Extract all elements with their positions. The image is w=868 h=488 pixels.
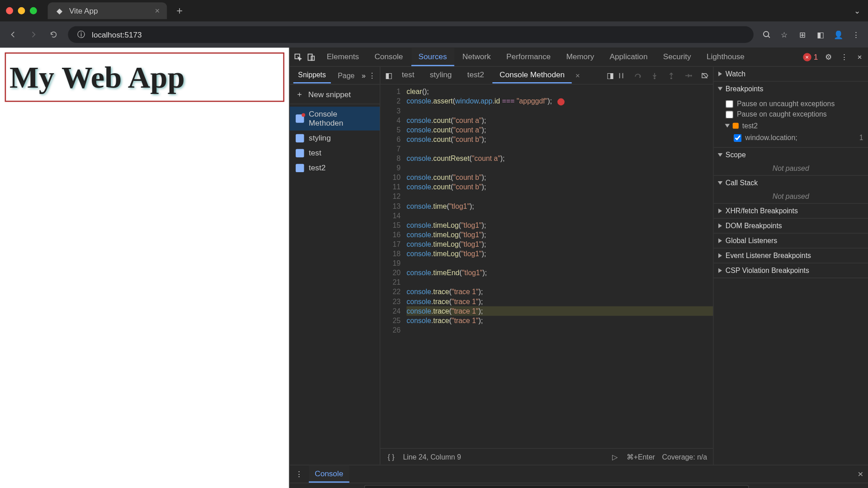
watch-section[interactable]: Watch (713, 67, 868, 81)
drawer-menu-icon[interactable]: ⋮ (294, 469, 304, 479)
scope-section[interactable]: Scope (713, 148, 868, 162)
code-line[interactable] (406, 106, 713, 116)
more-tabs-icon[interactable]: » (362, 71, 366, 80)
fullscreen-window-icon[interactable] (30, 7, 37, 14)
code-line[interactable]: console.trace("trace 1"); (406, 306, 713, 316)
close-window-icon[interactable] (6, 7, 13, 14)
settings-icon[interactable]: ⚙ (824, 52, 833, 61)
code-line[interactable]: console.trace("trace 1"); (406, 287, 713, 297)
code-line[interactable]: console.count("count a"); (406, 125, 713, 135)
code-line[interactable] (406, 163, 713, 173)
devtools-tab-lighthouse[interactable]: Lighthouse (699, 47, 752, 66)
pause-uncaught-checkbox[interactable]: Pause on uncaught exceptions (726, 99, 863, 109)
code-line[interactable] (406, 144, 713, 154)
run-snippet-icon[interactable]: ▷ (610, 452, 619, 461)
devtools-tab-application[interactable]: Application (603, 47, 655, 66)
devtools-tab-network[interactable]: Network (455, 47, 498, 66)
toggle-debugger-icon[interactable]: ◨ (606, 70, 615, 80)
editor-tab[interactable]: styling (423, 67, 459, 84)
code-line[interactable] (406, 325, 713, 335)
tab-overflow-icon[interactable]: ⌄ (853, 6, 862, 15)
format-icon[interactable]: { } (387, 452, 396, 461)
code-line[interactable]: console.time("tlog1"); (406, 202, 713, 211)
code-line[interactable] (406, 278, 713, 287)
devtools-tab-memory[interactable]: Memory (559, 47, 602, 66)
breakpoint-item[interactable]: window.location;1 (726, 131, 863, 143)
code-line[interactable]: console.trace("trace 1"); (406, 297, 713, 306)
code-line[interactable]: console.timeLog("tlog1"); (406, 221, 713, 230)
close-drawer-icon[interactable]: × (858, 469, 863, 479)
bookmark-icon[interactable]: ☆ (780, 30, 789, 39)
reload-button[interactable] (47, 28, 59, 40)
close-editor-tab-icon[interactable]: × (576, 71, 580, 80)
code-line[interactable]: console.count("count b"); (406, 135, 713, 144)
inspect-element-icon[interactable] (293, 52, 303, 61)
code-line[interactable]: console.countReset("count a"); (406, 154, 713, 163)
code-line[interactable]: clear(); (406, 87, 713, 97)
zoom-icon[interactable] (762, 30, 771, 39)
devtools-tab-sources[interactable]: Sources (411, 47, 454, 66)
device-toggle-icon[interactable] (307, 52, 316, 61)
console-tab[interactable]: Console (309, 465, 349, 483)
code-line[interactable] (406, 211, 713, 221)
code-line[interactable]: console.timeLog("tlog1"); (406, 249, 713, 258)
snippet-item[interactable]: test2 (290, 160, 380, 175)
code-line[interactable]: console.count("count a"); (406, 116, 713, 125)
breakpoint-group[interactable]: test2 (726, 120, 863, 131)
event-breakpoints-section[interactable]: Event Listener Breakpoints (713, 249, 868, 263)
new-tab-button[interactable]: + (172, 5, 188, 17)
error-indicator[interactable]: × 1 (803, 52, 818, 61)
close-devtools-icon[interactable]: × (855, 52, 864, 61)
code-line[interactable]: console.timeLog("tlog1"); (406, 230, 713, 239)
info-icon[interactable]: ⓘ (76, 30, 86, 39)
step-icon[interactable] (683, 70, 693, 80)
snippet-item[interactable]: Console Methoden (290, 107, 380, 131)
code-line[interactable] (406, 258, 713, 268)
code-editor[interactable]: 1234567891011121314151617181920212223242… (380, 84, 713, 448)
devtools-tab-elements[interactable]: Elements (320, 47, 366, 66)
page-tab[interactable]: Page (333, 68, 359, 83)
dom-breakpoints-section[interactable]: DOM Breakpoints (713, 219, 868, 233)
code-line[interactable]: console.timeLog("tlog1"); (406, 239, 713, 249)
side-panel-icon[interactable]: ◧ (816, 30, 825, 39)
snippet-item[interactable]: test (290, 145, 380, 160)
devtools-tab-console[interactable]: Console (368, 47, 410, 66)
step-into-icon[interactable] (650, 70, 659, 80)
code-line[interactable] (406, 192, 713, 202)
code-line[interactable]: console.timeEnd("tlog1"); (406, 268, 713, 277)
pause-caught-checkbox[interactable]: Pause on caught exceptions (726, 109, 863, 120)
callstack-section[interactable]: Call Stack (713, 176, 868, 190)
more-icon[interactable]: ⋮ (840, 52, 849, 61)
pause-icon[interactable] (617, 70, 626, 80)
xhr-breakpoints-section[interactable]: XHR/fetch Breakpoints (713, 204, 868, 218)
global-listeners-section[interactable]: Global Listeners (713, 234, 868, 248)
url-input[interactable]: ⓘ localhost:5173 (68, 26, 753, 43)
navigator-menu-icon[interactable]: ⋮ (368, 70, 376, 80)
step-out-icon[interactable] (666, 70, 676, 80)
step-over-icon[interactable] (633, 70, 642, 80)
deactivate-breakpoints-icon[interactable] (700, 70, 709, 80)
snippet-item[interactable]: styling (290, 131, 380, 145)
csp-breakpoints-section[interactable]: CSP Violation Breakpoints (713, 263, 868, 278)
editor-tab[interactable]: Console Methoden (492, 67, 572, 84)
extensions-icon[interactable]: ⊞ (797, 30, 807, 39)
console-filter-input[interactable] (364, 485, 748, 488)
code-line[interactable]: console.trace("trace 1"); (406, 316, 713, 325)
code-line[interactable]: console.assert(window.app.id === "appggd… (406, 97, 713, 106)
forward-button[interactable] (28, 28, 39, 40)
new-snippet-button[interactable]: ＋ New snippet (290, 84, 380, 104)
devtools-tab-security[interactable]: Security (656, 47, 698, 66)
toggle-navigator-icon[interactable]: ◧ (384, 70, 393, 80)
editor-tab[interactable]: test2 (460, 67, 491, 84)
snippets-tab[interactable]: Snippets (293, 68, 331, 83)
close-tab-icon[interactable]: × (155, 6, 160, 15)
browser-tab[interactable]: ◆ Vite App × (47, 2, 167, 19)
devtools-tab-performance[interactable]: Performance (499, 47, 558, 66)
back-button[interactable] (7, 28, 19, 40)
code-line[interactable]: console.count("count b"); (406, 183, 713, 192)
minimize-window-icon[interactable] (18, 7, 25, 14)
profile-icon[interactable]: 👤 (834, 30, 843, 39)
breakpoints-section[interactable]: Breakpoints (713, 82, 868, 96)
editor-tab[interactable]: test (395, 67, 421, 84)
menu-icon[interactable]: ⋮ (851, 30, 861, 39)
